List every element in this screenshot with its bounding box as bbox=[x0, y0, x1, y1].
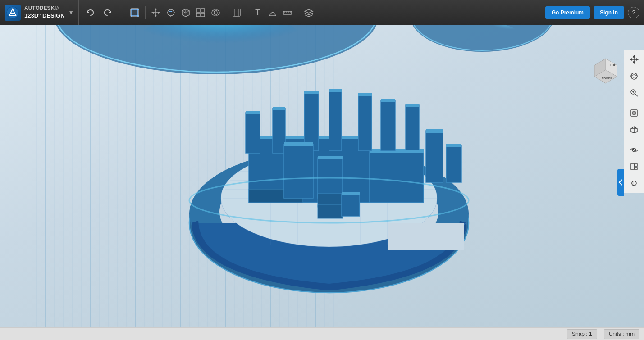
go-premium-button[interactable]: Go Premium bbox=[545, 6, 590, 19]
svg-rect-65 bbox=[304, 92, 319, 151]
app-name: 123D° DESIGN bbox=[24, 12, 65, 20]
sign-in-button[interactable]: Sign In bbox=[594, 6, 624, 19]
svg-rect-85 bbox=[446, 145, 461, 182]
tools-group: T bbox=[124, 0, 319, 25]
primitive-tool[interactable] bbox=[179, 6, 192, 19]
panel-separator-2 bbox=[627, 140, 641, 140]
svg-rect-69 bbox=[358, 95, 372, 151]
toolbar: AUTODESK® 123D° DESIGN ▼ bbox=[0, 0, 644, 25]
svg-rect-75 bbox=[284, 144, 313, 198]
shadow-button[interactable] bbox=[626, 176, 642, 191]
svg-marker-97 bbox=[633, 62, 635, 63]
toolbar-separator-2 bbox=[145, 6, 146, 19]
svg-rect-20 bbox=[201, 9, 205, 12]
svg-marker-96 bbox=[633, 55, 635, 57]
svg-point-4 bbox=[137, 9, 139, 10]
svg-rect-61 bbox=[246, 113, 260, 153]
svg-rect-70 bbox=[358, 93, 372, 96]
measure-tool[interactable] bbox=[266, 6, 279, 19]
perspective-button[interactable] bbox=[626, 122, 642, 137]
svg-marker-8 bbox=[155, 15, 157, 17]
svg-point-100 bbox=[631, 73, 637, 79]
svg-rect-84 bbox=[426, 129, 443, 133]
svg-rect-62 bbox=[246, 111, 260, 114]
autodesk-logo-icon bbox=[5, 5, 21, 21]
logo-area: AUTODESK® 123D° DESIGN ▼ bbox=[0, 0, 79, 25]
select-tool[interactable] bbox=[128, 6, 142, 19]
svg-rect-64 bbox=[273, 107, 285, 110]
svg-point-6 bbox=[137, 15, 139, 17]
sketch-tool[interactable] bbox=[164, 6, 178, 19]
text-tool[interactable]: T bbox=[251, 6, 265, 19]
svg-rect-66 bbox=[304, 91, 319, 94]
app-dropdown-arrow[interactable]: ▼ bbox=[69, 9, 74, 16]
toolbar-separator-1 bbox=[122, 6, 122, 19]
pattern-tool[interactable] bbox=[194, 6, 207, 19]
redo-button[interactable] bbox=[100, 5, 114, 20]
snap-indicator[interactable]: Snap : 1 bbox=[567, 329, 597, 339]
svg-rect-106 bbox=[633, 112, 635, 114]
svg-point-3 bbox=[131, 9, 132, 10]
svg-rect-22 bbox=[201, 13, 205, 17]
brand-name: AUTODESK® bbox=[24, 5, 65, 12]
svg-rect-111 bbox=[631, 163, 634, 170]
layers-tool[interactable] bbox=[302, 6, 315, 19]
svg-marker-10 bbox=[158, 12, 160, 14]
units-indicator[interactable]: Units : mm bbox=[604, 329, 639, 339]
svg-rect-74 bbox=[406, 104, 419, 107]
toolbar-separator-5 bbox=[298, 6, 298, 19]
svg-rect-63 bbox=[273, 108, 285, 153]
toolbar-separator-4 bbox=[247, 6, 247, 19]
svg-rect-80 bbox=[318, 205, 343, 218]
svg-rect-21 bbox=[196, 13, 200, 17]
svg-text:FRONT: FRONT bbox=[602, 76, 613, 79]
right-panel bbox=[624, 50, 644, 193]
ruler-tool[interactable] bbox=[281, 6, 294, 19]
svg-rect-88 bbox=[388, 223, 464, 250]
svg-rect-83 bbox=[426, 131, 443, 182]
svg-rect-76 bbox=[284, 142, 313, 146]
svg-marker-98 bbox=[630, 59, 632, 60]
svg-rect-112 bbox=[635, 163, 637, 167]
svg-rect-19 bbox=[196, 9, 200, 12]
scene-svg bbox=[0, 25, 644, 340]
svg-rect-2 bbox=[132, 9, 138, 16]
svg-marker-99 bbox=[636, 59, 638, 60]
fit-button[interactable] bbox=[626, 105, 642, 121]
undo-redo-group bbox=[79, 0, 119, 25]
svg-rect-67 bbox=[329, 90, 342, 151]
modify-tool[interactable] bbox=[230, 6, 243, 19]
boolean-tool[interactable] bbox=[209, 6, 222, 19]
zoom-button[interactable] bbox=[626, 85, 642, 100]
3d-viewport[interactable]: TOP FRONT bbox=[0, 25, 644, 340]
transform-tool[interactable] bbox=[149, 6, 163, 19]
panel-separator-1 bbox=[627, 103, 641, 103]
svg-rect-68 bbox=[329, 89, 342, 92]
svg-text:TOP: TOP bbox=[610, 63, 617, 67]
svg-rect-78 bbox=[318, 156, 343, 159]
svg-rect-73 bbox=[406, 105, 419, 150]
undo-button[interactable] bbox=[83, 5, 98, 20]
toolbar-separator-3 bbox=[226, 6, 226, 19]
svg-rect-25 bbox=[233, 9, 240, 16]
svg-rect-72 bbox=[381, 99, 395, 102]
view-mode-button[interactable] bbox=[626, 142, 642, 158]
material-button[interactable] bbox=[626, 159, 642, 174]
svg-rect-82 bbox=[342, 192, 360, 195]
side-panel-toggle[interactable] bbox=[617, 169, 624, 196]
svg-point-11 bbox=[168, 9, 174, 16]
help-button[interactable]: ? bbox=[628, 7, 639, 18]
view-cube[interactable]: TOP FRONT bbox=[590, 56, 621, 88]
svg-marker-9 bbox=[152, 12, 154, 14]
svg-rect-81 bbox=[342, 194, 360, 216]
statusbar: Snap : 1 Units : mm bbox=[0, 327, 644, 340]
svg-rect-86 bbox=[446, 144, 461, 147]
svg-point-5 bbox=[131, 15, 132, 17]
svg-rect-113 bbox=[635, 167, 637, 170]
header-right-buttons: Go Premium Sign In ? bbox=[545, 6, 644, 19]
orbit-button[interactable] bbox=[626, 68, 642, 84]
svg-rect-58 bbox=[370, 151, 424, 203]
svg-marker-7 bbox=[155, 9, 157, 10]
pan-button[interactable] bbox=[626, 52, 642, 67]
svg-line-102 bbox=[635, 94, 638, 96]
